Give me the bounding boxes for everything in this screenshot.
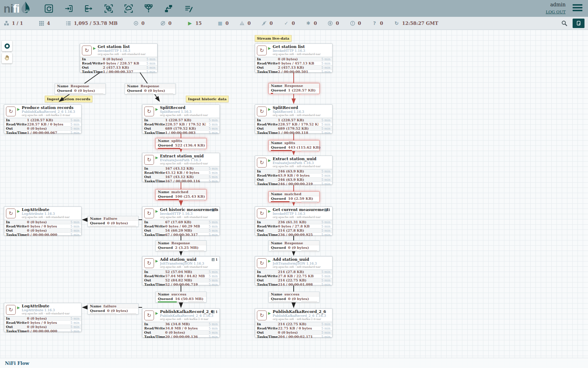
processor-titles: Get current measurementInvokeHTTP 1.16.3… — [273, 208, 331, 219]
stat-row: Out0 (0 bytes)5 min — [4, 228, 81, 232]
stat-value: 27.8 KB / 22.75 KB — [278, 274, 318, 278]
processor-get-station-list-left[interactable]: ↻▶Get station listInvokeHTTP 1.16.3org.a… — [80, 43, 158, 73]
backpressure-size-bar — [120, 313, 136, 314]
stat-label: Tasks/Time — [6, 329, 27, 333]
processor-icon: ↻ — [6, 209, 16, 218]
logout-link[interactable]: LOG OUT — [546, 9, 566, 14]
running-state-icon: ▶ — [93, 46, 96, 50]
stat-row: Tasks/Time1 / 00:00:00.1185 min — [255, 130, 332, 135]
connection-name-key: Name — [271, 141, 282, 145]
canvas-label[interactable]: Stream live-data — [255, 35, 292, 42]
processor-produce-station-records[interactable]: ↻▶Produce station recordsPublishKafkaRec… — [4, 104, 82, 134]
status-value: 0 — [314, 21, 317, 26]
remote-process-group-tool-icon[interactable] — [121, 1, 136, 15]
connection-queued-key: Queued — [158, 297, 173, 301]
connection-queued-value: 0 (0 bytes) — [74, 89, 95, 93]
connection-queued-value: 0 (0 bytes) — [107, 221, 128, 225]
stat-label: Tasks/Time — [257, 233, 278, 237]
breadcrumb-link[interactable]: NiFi Flow — [5, 361, 29, 366]
connection-label[interactable]: NamefailureQueued0 (0 bytes) — [88, 304, 139, 314]
processor-logattribute-upper[interactable]: ↻▶LogAttributeLogAttribute 1.16.3org.apa… — [4, 206, 82, 236]
connection-label[interactable]: NameResponseQueued0 (0 bytes) — [125, 83, 176, 94]
processor-extract-station-uuid-right[interactable]: ↻▶Extract station_uuidEvaluateJsonPath 1… — [255, 156, 332, 185]
connection-label[interactable]: NameResponseQueued0 (0 bytes) — [268, 240, 320, 251]
stat-window: 5 min — [206, 322, 218, 326]
connection-name-row: Namematched — [269, 192, 319, 196]
processor-bundle: org.apache.nifi - nifi-kafka-2-6-nar — [273, 318, 331, 321]
processor-bundle: org.apache.nifi - nifi-standard-nar — [98, 53, 156, 56]
pan-button[interactable] — [2, 53, 12, 63]
connection-label[interactable]: NamesplitsQueued443 (115.62 KB) — [268, 140, 320, 151]
stat-value: 67 / 00:00:30.317 — [165, 233, 206, 237]
connection-name-value: Response — [285, 241, 303, 245]
processor-get-historic-measurements[interactable]: ↻▶Get historic measurementsInvokeHTTP 1.… — [142, 206, 220, 236]
panel-toggle-button[interactable] — [573, 19, 584, 28]
stat-label: In — [6, 220, 27, 224]
processor-get-station-list-right[interactable]: ↻▶Get station listInvokeHTTP 1.16.3org.a… — [255, 43, 332, 73]
processor-stats: In36 (34.8 MB)5 minRead/Write34.8 MB / 0… — [142, 322, 219, 339]
processor-get-current-measurement[interactable]: ↻▶Get current measurementInvokeHTTP 1.16… — [255, 206, 332, 236]
status-queued-items: 1,095 / 53.78 MB — [65, 21, 118, 26]
status-value: 0 — [270, 21, 273, 26]
connection-label[interactable]: NameResponseQueued1 (228.57 KB) — [268, 83, 320, 94]
processor-logattribute-lower[interactable]: ↻▶LogAttributeLogAttribute 1.16.3org.apa… — [4, 303, 82, 332]
stat-label: Out — [6, 127, 27, 130]
processor-icon: ↻ — [6, 305, 16, 315]
logo-text-fi: fi — [13, 2, 19, 15]
connection-label[interactable]: NameResponseQueued2 (3.25 MB) — [155, 240, 206, 251]
connection-label[interactable]: NamesuccessQueued0 (0 bytes) — [268, 292, 320, 302]
connection-label[interactable]: NameFailureQueued0 (0 bytes) — [88, 216, 139, 227]
stat-value: 236 (61.31 KB) — [278, 220, 318, 224]
process-group-tool-icon[interactable] — [101, 1, 116, 15]
threads-grid-icon — [212, 311, 215, 313]
processor-splitrecord-mid[interactable]: ↻▶SplitRecordSplitRecord 1.16.3org.apach… — [142, 104, 220, 134]
canvas-label[interactable]: Ingest station records — [45, 96, 92, 102]
stat-value: 54 (60.29 MB) — [165, 229, 206, 232]
label-tool-icon[interactable] — [181, 1, 196, 15]
connection-label[interactable]: NamesuccessQueued16 (50.03 MB) — [155, 292, 206, 302]
input-port-tool-icon[interactable] — [61, 1, 76, 15]
processor-extract-station-uuid-mid[interactable]: ↻▶Extract station_uuidEvaluateJsonPath 1… — [142, 153, 220, 182]
stat-window: 5 min — [318, 220, 330, 224]
processor-icon: ↻ — [257, 258, 267, 268]
processor-publishkafka-mid[interactable]: ↻▶PublishKafkaRecord_2_6PublishKafkaReco… — [142, 308, 220, 338]
stat-row: Out2 (457.13 KB)5 min — [80, 65, 157, 69]
stat-row: Tasks/Time20 / 00:00:09.1365 min — [142, 334, 219, 339]
output-port-tool-icon[interactable] — [81, 1, 96, 15]
connection-name-key: Name — [90, 304, 102, 308]
stat-value: 0 (0 bytes) — [27, 220, 68, 224]
connection-label[interactable]: NamesplitsQueued522 (136.4 KB) — [155, 138, 206, 149]
stat-value: 246 (63.9 KB) — [278, 169, 318, 173]
backpressure-size-bar — [301, 301, 317, 302]
stat-value: 246 (63.9 KB) — [278, 178, 318, 182]
global-menu-button[interactable] — [573, 4, 582, 13]
canvas-label[interactable]: Ingest historic data — [186, 96, 229, 102]
connection-name-value: success — [172, 292, 187, 296]
processor-splitrecord-right[interactable]: ↻▶SplitRecordSplitRecord 1.16.3org.apach… — [255, 104, 332, 134]
processor-tool-icon[interactable] — [41, 1, 56, 15]
processor-publishkafka-right[interactable]: ↻▶PublishKafkaRecord_2_6PublishKafkaReco… — [255, 308, 332, 338]
funnel-tool-icon[interactable] — [141, 1, 156, 15]
stat-row: Read/Write43.12 KB / 0 bytes5 min — [142, 170, 219, 175]
connection-queued-value: 522 (136.4 KB) — [175, 143, 205, 147]
processor-stats: In0 (0 bytes)5 minRead/Write0 bytes / 0 … — [4, 316, 81, 333]
active-threads-count: 1 — [216, 258, 218, 261]
stat-value: 0 bytes / 0 bytes — [27, 321, 68, 325]
connection-label[interactable]: NamematchedQueued10 (2.59 KB) — [268, 191, 320, 202]
template-tool-icon[interactable] — [161, 1, 176, 15]
processor-bundle: org.apache.nifi - nifi-standard-nar — [22, 312, 80, 315]
backpressure-bars — [271, 301, 317, 303]
connection-label[interactable]: NameResponseQueued0 (0 bytes) — [55, 83, 106, 94]
stat-window: 5 min — [318, 322, 330, 326]
processor-add-station-uuid-right[interactable]: ↻▶Add station_uuidJoltTransformJSON 1.16… — [255, 256, 332, 285]
status-value: 0 — [247, 21, 251, 26]
processor-header: ↻▶LogAttributeLogAttribute 1.16.3org.apa… — [4, 303, 81, 316]
connection-label[interactable]: NamematchedQueued100 (25.43 KB) — [155, 189, 206, 200]
search-icon[interactable] — [561, 20, 568, 27]
navigate-button[interactable] — [2, 41, 12, 51]
stat-row: Out54 (60.29 MB)5 min — [142, 228, 219, 232]
connection-queued-value: 0 (0 bytes) — [144, 89, 165, 93]
processor-add-station-uuid-mid[interactable]: ↻▶Add station_uuidJoltTransformJSON 1.16… — [142, 256, 220, 285]
stat-value: 0 (0 bytes) — [165, 330, 206, 334]
status-value: 0 — [336, 21, 339, 26]
